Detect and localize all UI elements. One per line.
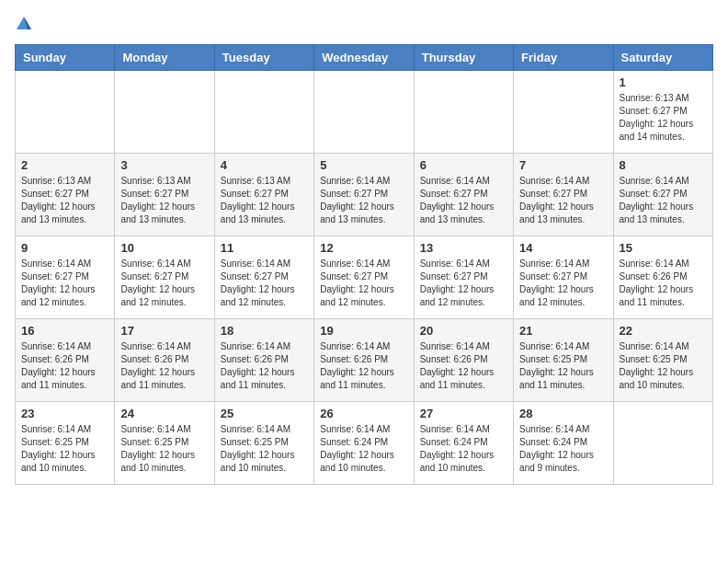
day-number: 9	[21, 241, 108, 255]
calendar-week-row: 1Sunrise: 6:13 AM Sunset: 6:27 PM Daylig…	[16, 71, 713, 154]
day-number: 10	[120, 241, 208, 255]
weekday-header-sunday: Sunday	[16, 45, 115, 71]
day-number: 17	[120, 324, 208, 338]
day-info: Sunrise: 6:14 AM Sunset: 6:25 PM Dayligh…	[519, 340, 607, 392]
day-number: 2	[21, 158, 108, 172]
day-info: Sunrise: 6:14 AM Sunset: 6:26 PM Dayligh…	[221, 340, 308, 392]
day-number: 14	[519, 241, 607, 255]
day-info: Sunrise: 6:14 AM Sunset: 6:27 PM Dayligh…	[519, 175, 607, 226]
day-info: Sunrise: 6:14 AM Sunset: 6:25 PM Dayligh…	[221, 423, 308, 475]
day-info: Sunrise: 6:13 AM Sunset: 6:27 PM Dayligh…	[620, 92, 707, 144]
day-number: 22	[620, 324, 707, 338]
calendar-cell: 14Sunrise: 6:14 AM Sunset: 6:27 PM Dayli…	[514, 236, 613, 319]
weekday-header-tuesday: Tuesday	[214, 45, 313, 71]
calendar-cell: 21Sunrise: 6:14 AM Sunset: 6:25 PM Dayli…	[514, 319, 613, 402]
day-info: Sunrise: 6:14 AM Sunset: 6:27 PM Dayligh…	[420, 175, 507, 226]
calendar-cell: 22Sunrise: 6:14 AM Sunset: 6:25 PM Dayli…	[613, 319, 712, 402]
logo-icon	[15, 15, 33, 33]
page-header	[15, 15, 713, 33]
day-number: 4	[221, 158, 308, 172]
day-number: 15	[620, 241, 707, 255]
day-info: Sunrise: 6:14 AM Sunset: 6:27 PM Dayligh…	[320, 175, 407, 226]
day-info: Sunrise: 6:14 AM Sunset: 6:27 PM Dayligh…	[221, 258, 308, 309]
weekday-header-saturday: Saturday	[613, 45, 712, 71]
day-info: Sunrise: 6:14 AM Sunset: 6:27 PM Dayligh…	[519, 258, 607, 309]
day-info: Sunrise: 6:13 AM Sunset: 6:27 PM Dayligh…	[120, 175, 208, 226]
weekday-header-friday: Friday	[514, 45, 613, 71]
calendar-week-row: 2Sunrise: 6:13 AM Sunset: 6:27 PM Daylig…	[16, 154, 713, 236]
calendar-cell: 15Sunrise: 6:14 AM Sunset: 6:26 PM Dayli…	[613, 236, 712, 319]
day-info: Sunrise: 6:14 AM Sunset: 6:24 PM Dayligh…	[320, 423, 407, 475]
day-info: Sunrise: 6:14 AM Sunset: 6:24 PM Dayligh…	[420, 423, 507, 475]
calendar-cell: 27Sunrise: 6:14 AM Sunset: 6:24 PM Dayli…	[414, 402, 513, 485]
day-number: 20	[420, 324, 507, 338]
calendar-cell: 24Sunrise: 6:14 AM Sunset: 6:25 PM Dayli…	[115, 402, 214, 485]
day-number: 16	[21, 324, 108, 338]
day-info: Sunrise: 6:14 AM Sunset: 6:25 PM Dayligh…	[21, 423, 108, 475]
calendar-cell: 20Sunrise: 6:14 AM Sunset: 6:26 PM Dayli…	[414, 319, 513, 402]
calendar-week-row: 9Sunrise: 6:14 AM Sunset: 6:27 PM Daylig…	[16, 236, 713, 319]
calendar-cell: 5Sunrise: 6:14 AM Sunset: 6:27 PM Daylig…	[314, 154, 414, 236]
day-number: 3	[120, 158, 208, 172]
day-number: 6	[420, 158, 507, 172]
day-number: 19	[320, 324, 407, 338]
calendar-cell: 19Sunrise: 6:14 AM Sunset: 6:26 PM Dayli…	[314, 319, 414, 402]
calendar-cell: 8Sunrise: 6:14 AM Sunset: 6:27 PM Daylig…	[613, 154, 712, 236]
day-info: Sunrise: 6:14 AM Sunset: 6:26 PM Dayligh…	[120, 340, 208, 392]
calendar-cell	[314, 71, 414, 154]
calendar-cell: 17Sunrise: 6:14 AM Sunset: 6:26 PM Dayli…	[115, 319, 214, 402]
day-info: Sunrise: 6:14 AM Sunset: 6:26 PM Dayligh…	[620, 258, 707, 309]
day-info: Sunrise: 6:13 AM Sunset: 6:27 PM Dayligh…	[221, 175, 308, 226]
calendar-cell: 26Sunrise: 6:14 AM Sunset: 6:24 PM Dayli…	[314, 402, 414, 485]
day-info: Sunrise: 6:14 AM Sunset: 6:27 PM Dayligh…	[21, 258, 108, 309]
calendar-week-row: 23Sunrise: 6:14 AM Sunset: 6:25 PM Dayli…	[16, 402, 713, 485]
day-number: 7	[519, 158, 607, 172]
weekday-header-wednesday: Wednesday	[314, 45, 414, 71]
calendar-cell: 11Sunrise: 6:14 AM Sunset: 6:27 PM Dayli…	[214, 236, 313, 319]
calendar-cell: 16Sunrise: 6:14 AM Sunset: 6:26 PM Dayli…	[16, 319, 115, 402]
day-info: Sunrise: 6:14 AM Sunset: 6:26 PM Dayligh…	[21, 340, 108, 392]
calendar-cell	[514, 71, 613, 154]
calendar-table: SundayMondayTuesdayWednesdayThursdayFrid…	[15, 44, 713, 485]
day-number: 12	[320, 241, 407, 255]
calendar-cell: 9Sunrise: 6:14 AM Sunset: 6:27 PM Daylig…	[16, 236, 115, 319]
day-number: 1	[620, 75, 707, 89]
calendar-cell: 2Sunrise: 6:13 AM Sunset: 6:27 PM Daylig…	[16, 154, 115, 236]
calendar-cell	[613, 402, 712, 485]
calendar-cell	[115, 71, 214, 154]
calendar-cell: 13Sunrise: 6:14 AM Sunset: 6:27 PM Dayli…	[414, 236, 513, 319]
day-number: 23	[21, 407, 108, 420]
calendar-cell: 6Sunrise: 6:14 AM Sunset: 6:27 PM Daylig…	[414, 154, 513, 236]
day-number: 25	[221, 407, 308, 420]
calendar-cell	[16, 71, 115, 154]
day-info: Sunrise: 6:14 AM Sunset: 6:24 PM Dayligh…	[519, 423, 607, 475]
calendar-cell	[414, 71, 513, 154]
calendar-cell: 18Sunrise: 6:14 AM Sunset: 6:26 PM Dayli…	[214, 319, 313, 402]
calendar-cell: 12Sunrise: 6:14 AM Sunset: 6:27 PM Dayli…	[314, 236, 414, 319]
calendar-cell: 23Sunrise: 6:14 AM Sunset: 6:25 PM Dayli…	[16, 402, 115, 485]
calendar-cell: 3Sunrise: 6:13 AM Sunset: 6:27 PM Daylig…	[115, 154, 214, 236]
day-number: 27	[420, 407, 507, 420]
weekday-header-row: SundayMondayTuesdayWednesdayThursdayFrid…	[16, 45, 713, 71]
calendar-cell: 4Sunrise: 6:13 AM Sunset: 6:27 PM Daylig…	[214, 154, 313, 236]
calendar-cell: 28Sunrise: 6:14 AM Sunset: 6:24 PM Dayli…	[514, 402, 613, 485]
logo	[15, 15, 37, 33]
day-number: 8	[620, 158, 707, 172]
calendar-cell	[214, 71, 313, 154]
calendar-cell: 25Sunrise: 6:14 AM Sunset: 6:25 PM Dayli…	[214, 402, 313, 485]
day-info: Sunrise: 6:14 AM Sunset: 6:25 PM Dayligh…	[120, 423, 208, 475]
day-number: 11	[221, 241, 308, 255]
calendar-cell: 10Sunrise: 6:14 AM Sunset: 6:27 PM Dayli…	[115, 236, 214, 319]
calendar-week-row: 16Sunrise: 6:14 AM Sunset: 6:26 PM Dayli…	[16, 319, 713, 402]
weekday-header-monday: Monday	[115, 45, 214, 71]
day-number: 26	[320, 407, 407, 420]
calendar-cell: 1Sunrise: 6:13 AM Sunset: 6:27 PM Daylig…	[613, 71, 712, 154]
day-number: 13	[420, 241, 507, 255]
day-info: Sunrise: 6:13 AM Sunset: 6:27 PM Dayligh…	[21, 175, 108, 226]
day-number: 5	[320, 158, 407, 172]
day-info: Sunrise: 6:14 AM Sunset: 6:26 PM Dayligh…	[320, 340, 407, 392]
day-number: 21	[519, 324, 607, 338]
day-info: Sunrise: 6:14 AM Sunset: 6:26 PM Dayligh…	[420, 340, 507, 392]
day-number: 24	[120, 407, 208, 420]
day-info: Sunrise: 6:14 AM Sunset: 6:27 PM Dayligh…	[620, 175, 707, 226]
